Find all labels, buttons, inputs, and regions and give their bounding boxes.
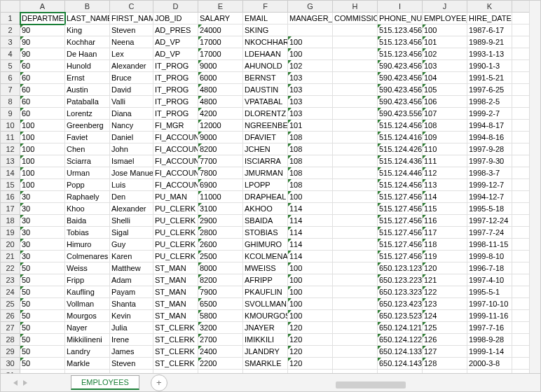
cell[interactable]: 30 <box>20 215 65 227</box>
cell[interactable]: 4200 <box>198 108 243 120</box>
cell[interactable]: 103 <box>288 72 333 84</box>
cell[interactable] <box>333 144 378 155</box>
cell[interactable]: 103 <box>423 60 467 72</box>
row-header[interactable]: 17 <box>1 203 20 215</box>
cell[interactable]: 100 <box>288 274 333 286</box>
column-header[interactable]: B <box>65 1 110 13</box>
cell[interactable] <box>333 155 378 167</box>
cell[interactable]: 2000-3-8 <box>467 358 512 370</box>
cell[interactable]: Baida <box>65 215 110 227</box>
cell[interactable]: 1999-11-16 <box>467 310 512 322</box>
cell[interactable]: 120 <box>423 262 467 274</box>
cell[interactable]: 1997-9-30 <box>467 155 512 167</box>
cell[interactable]: 590.423.4567 <box>378 60 423 72</box>
cell[interactable]: Weiss <box>65 262 110 274</box>
cell[interactable]: SVOLLMAN <box>243 298 288 310</box>
row-header[interactable]: 23 <box>1 274 20 286</box>
cell[interactable]: AHUNOLD <box>243 60 288 72</box>
cell[interactable]: Austin <box>65 84 110 96</box>
cell[interactable]: 3100 <box>198 203 243 215</box>
cell[interactable] <box>333 251 378 262</box>
row-header[interactable]: 27 <box>1 322 20 334</box>
cell[interactable]: Landry <box>65 346 110 358</box>
cell[interactable]: 2200 <box>198 358 243 370</box>
cell[interactable]: Himuro <box>65 239 110 251</box>
column-header[interactable]: G <box>288 1 333 13</box>
cell[interactable]: 590.423.4560 <box>378 96 423 108</box>
cell[interactable] <box>333 108 378 120</box>
cell[interactable]: 60 <box>20 108 65 120</box>
cell[interactable]: Tobias <box>65 227 110 239</box>
cell[interactable]: 105 <box>423 84 467 96</box>
cell[interactable]: 103 <box>288 84 333 96</box>
cell[interactable]: 50 <box>20 334 65 346</box>
cell[interactable]: 108 <box>288 144 333 155</box>
cell[interactable]: 7800 <box>198 167 243 179</box>
cell[interactable]: IT_PROG <box>153 72 198 84</box>
row-header[interactable]: 26 <box>1 310 20 322</box>
cell[interactable]: 515.123.4567 <box>378 24 423 36</box>
cell[interactable]: BERNST <box>243 72 288 84</box>
cell[interactable]: Lex <box>110 48 153 60</box>
cell[interactable]: AD_VP <box>153 36 198 48</box>
cell[interactable]: ISCIARRA <box>243 155 288 167</box>
cell[interactable]: 113 <box>423 179 467 191</box>
cell[interactable]: 1998-11-15 <box>467 239 512 251</box>
cell[interactable]: 50 <box>20 310 65 322</box>
cell[interactable]: 115 <box>423 203 467 215</box>
cell[interactable]: 1997-4-10 <box>467 274 512 286</box>
cell[interactable]: 2400 <box>198 346 243 358</box>
cell[interactable] <box>333 120 378 132</box>
cell[interactable]: 1995-5-1 <box>467 286 512 298</box>
cell[interactable]: ST_MAN <box>153 274 198 286</box>
cell[interactable]: Luis <box>110 179 153 191</box>
row-header[interactable]: 11 <box>1 132 20 144</box>
cell[interactable]: Bruce <box>110 72 153 84</box>
cell[interactable]: Pataballa <box>65 96 110 108</box>
cell[interactable] <box>333 191 378 203</box>
row-header[interactable]: 2 <box>1 24 20 36</box>
cell[interactable]: SBAIDA <box>243 215 288 227</box>
cell[interactable]: 100 <box>20 132 65 144</box>
cell[interactable]: 2800 <box>198 227 243 239</box>
cell[interactable]: 50 <box>20 322 65 334</box>
cell[interactable]: IT_PROG <box>153 60 198 72</box>
cell[interactable]: Shanta <box>110 298 153 310</box>
cell[interactable]: 1998-9-28 <box>467 334 512 346</box>
cell[interactable]: FI_ACCOUNT <box>153 144 198 155</box>
cell[interactable]: 1989-9-21 <box>467 36 512 48</box>
cell[interactable] <box>333 72 378 84</box>
cell[interactable]: Neena <box>110 36 153 48</box>
cell[interactable]: Payam <box>110 286 153 298</box>
cell[interactable]: 90 <box>20 24 65 36</box>
cell[interactable]: 50 <box>20 346 65 358</box>
cell[interactable]: 60 <box>20 96 65 108</box>
cell[interactable]: Ernst <box>65 72 110 84</box>
cell[interactable]: 128 <box>423 358 467 370</box>
cell[interactable]: Kaufling <box>65 286 110 298</box>
cell[interactable]: De Haan <box>65 48 110 60</box>
cell[interactable]: 108 <box>288 155 333 167</box>
cell[interactable]: 1995-5-18 <box>467 203 512 215</box>
cell[interactable]: 515.124.4469 <box>378 167 423 179</box>
cell[interactable] <box>333 36 378 48</box>
cell[interactable]: GHIMURO <box>243 239 288 251</box>
cell[interactable]: Guy <box>110 239 153 251</box>
cell[interactable]: Shelli <box>110 215 153 227</box>
sheet-nav-next-icon[interactable] <box>23 380 27 386</box>
cell[interactable]: 1997-10-10 <box>467 298 512 310</box>
cell[interactable]: 127 <box>423 346 467 358</box>
cell[interactable] <box>288 24 333 36</box>
cell[interactable]: Raphaely <box>65 191 110 203</box>
cell[interactable] <box>333 84 378 96</box>
cell[interactable]: 515.127.4566 <box>378 251 423 262</box>
cell[interactable]: FI_ACCOUNT <box>153 179 198 191</box>
cell[interactable]: 1999-2-7 <box>467 108 512 120</box>
row-header[interactable]: 16 <box>1 191 20 203</box>
row-header[interactable]: 5 <box>1 60 20 72</box>
row-header[interactable]: 30 <box>1 358 20 370</box>
cell[interactable]: 2600 <box>198 239 243 251</box>
cell[interactable]: Nayer <box>65 322 110 334</box>
cell[interactable]: DAUSTIN <box>243 84 288 96</box>
cell[interactable]: 60 <box>20 60 65 72</box>
